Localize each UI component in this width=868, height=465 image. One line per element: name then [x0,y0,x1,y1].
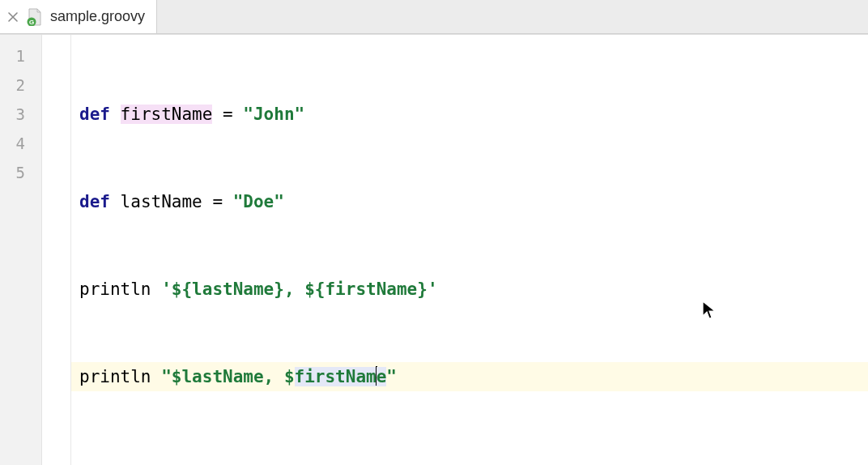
string-interpolation: $lastName, $ [172,367,295,386]
groovy-file-icon: G [26,8,44,26]
identifier-firstname: firstName [121,105,213,124]
close-icon[interactable] [6,11,19,23]
svg-text:G: G [29,19,34,26]
identifier-println: println [79,367,151,386]
line-number[interactable]: 3 [0,100,41,129]
whitespace [110,192,121,211]
operator-assign: = [202,192,233,211]
string-quote: " [161,367,172,386]
folding-gutter [42,35,71,465]
line-number[interactable]: 2 [0,70,41,100]
code-editor[interactable]: 1 2 3 4 5 def firstName = "John" def las… [0,34,868,465]
string-literal: "John" [243,105,304,124]
line-number-gutter: 1 2 3 4 5 [0,35,42,465]
string-literal: "Doe" [233,192,284,211]
keyword-def: def [79,105,110,124]
identifier-println: println [79,279,151,299]
line-number[interactable]: 1 [0,41,41,70]
whitespace [151,279,162,299]
code-line[interactable]: def lastName = "Doe" [71,187,868,216]
operator-assign: = [212,105,243,124]
tab-filename: sample.groovy [50,8,145,25]
keyword-def: def [79,192,110,211]
string-literal: '${lastName}, ${firstName}' [161,279,437,299]
code-line[interactable]: println '${lastName}, ${firstName}' [71,275,868,304]
whitespace [110,105,121,124]
string-quote: " [386,367,397,386]
file-tab[interactable]: G sample.groovy [0,0,157,33]
identifier-lastname: lastName [121,192,202,211]
whitespace [151,367,162,386]
code-line-empty[interactable] [71,450,868,465]
tab-bar: G sample.groovy [0,0,868,34]
code-area[interactable]: def firstName = "John" def lastName = "D… [71,35,868,465]
code-line[interactable]: def firstName = "John" [71,100,868,129]
line-number[interactable]: 4 [0,129,41,158]
code-line-active[interactable]: println "$lastName, $firstName" [71,362,868,391]
identifier-usage-highlight: firstNam [295,367,377,386]
line-number[interactable]: 5 [0,158,41,187]
identifier-usage-highlight: e [377,367,387,386]
